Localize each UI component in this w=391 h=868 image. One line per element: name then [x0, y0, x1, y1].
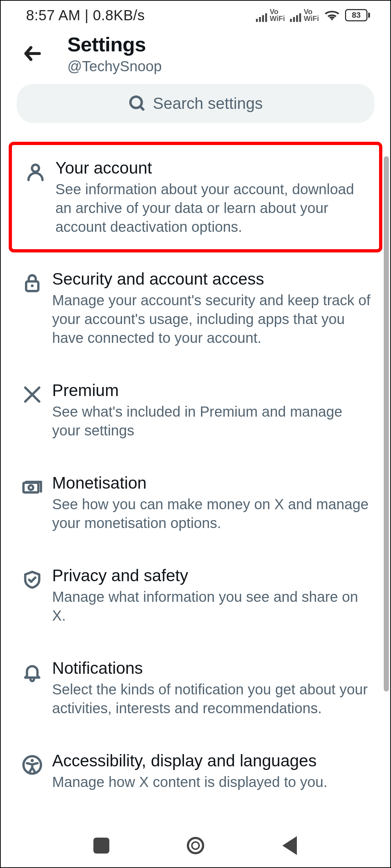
item-desc: Manage your account's security and keep … — [52, 291, 373, 347]
svg-rect-0 — [256, 19, 258, 22]
page-title: Settings — [67, 33, 162, 56]
svg-point-11 — [31, 284, 34, 287]
arrow-left-icon — [22, 43, 43, 64]
accessibility-icon — [12, 754, 52, 775]
item-desc: See what's included in Premium and manag… — [52, 402, 373, 440]
android-nav-bar — [1, 824, 390, 867]
settings-item-your-account[interactable]: Your account See information about your … — [9, 142, 382, 252]
settings-item-accessibility[interactable]: Accessibility, display and languages Man… — [1, 734, 390, 808]
page-handle: @TechySnoop — [67, 58, 162, 75]
item-desc: Manage what information you see and shar… — [52, 587, 373, 625]
status-speed: 0.8KB/s — [93, 7, 145, 23]
person-icon — [16, 162, 55, 183]
settings-item-security[interactable]: Security and account access Manage your … — [1, 252, 390, 364]
shield-icon — [12, 569, 52, 590]
home-button[interactable] — [185, 835, 206, 856]
wifi-icon — [324, 9, 340, 21]
scroll-indicator[interactable] — [384, 156, 389, 692]
signal-icon — [290, 12, 302, 22]
item-desc: Select the kinds of notification you get… — [52, 680, 373, 718]
svg-point-8 — [131, 97, 142, 108]
lock-icon — [12, 273, 52, 294]
settings-item-premium[interactable]: Premium See what's included in Premium a… — [1, 364, 390, 456]
svg-rect-4 — [290, 19, 292, 22]
svg-rect-1 — [259, 17, 261, 22]
svg-rect-5 — [293, 17, 295, 22]
svg-rect-7 — [299, 13, 301, 22]
item-title: Monetisation — [52, 473, 373, 493]
item-title: Notifications — [52, 658, 373, 678]
svg-point-15 — [31, 759, 34, 762]
x-icon — [12, 384, 52, 405]
settings-item-notifications[interactable]: Notifications Select the kinds of notifi… — [1, 642, 390, 734]
search-input[interactable]: Search settings — [17, 84, 374, 123]
svg-rect-2 — [262, 15, 264, 22]
item-title: Accessibility, display and languages — [52, 751, 373, 770]
signal-icon — [256, 12, 268, 22]
item-desc: See information about your account, down… — [55, 180, 370, 236]
item-desc: See how you can make money on X and mana… — [52, 495, 373, 532]
settings-list: Your account See information about your … — [1, 142, 390, 808]
status-indicators: Vo WiFi Vo WiFi 83 — [256, 8, 370, 22]
svg-rect-6 — [296, 15, 298, 22]
item-title: Security and account access — [52, 269, 373, 289]
status-bar: 8:57 AM | 0.8KB/s Vo WiFi Vo WiFi — [1, 1, 390, 30]
svg-rect-3 — [265, 13, 267, 22]
svg-point-13 — [29, 485, 33, 490]
back-button[interactable] — [15, 36, 50, 71]
status-time-speed: 8:57 AM | 0.8KB/s — [26, 7, 145, 24]
item-title: Premium — [52, 380, 373, 400]
battery-indicator: 83 — [345, 9, 370, 21]
search-icon — [128, 94, 146, 112]
settings-item-privacy[interactable]: Privacy and safety Manage what informati… — [1, 549, 390, 642]
recent-apps-button[interactable] — [91, 835, 112, 856]
svg-point-9 — [32, 165, 39, 171]
settings-item-monetisation[interactable]: Monetisation See how you can make money … — [1, 456, 390, 549]
signal-vowifi-2: Vo WiFi — [290, 8, 319, 22]
item-desc: Manage how X content is displayed to you… — [52, 773, 373, 791]
search-placeholder: Search settings — [153, 94, 262, 112]
back-nav-button[interactable] — [279, 835, 300, 856]
item-title: Privacy and safety — [52, 566, 373, 585]
search-container: Search settings — [1, 81, 390, 127]
signal-vowifi-1: Vo WiFi — [256, 8, 285, 22]
header: Settings @TechySnoop — [1, 30, 390, 81]
bell-icon — [12, 662, 52, 683]
money-icon — [12, 477, 52, 498]
status-time: 8:57 AM — [26, 7, 80, 23]
item-title: Your account — [55, 158, 370, 178]
